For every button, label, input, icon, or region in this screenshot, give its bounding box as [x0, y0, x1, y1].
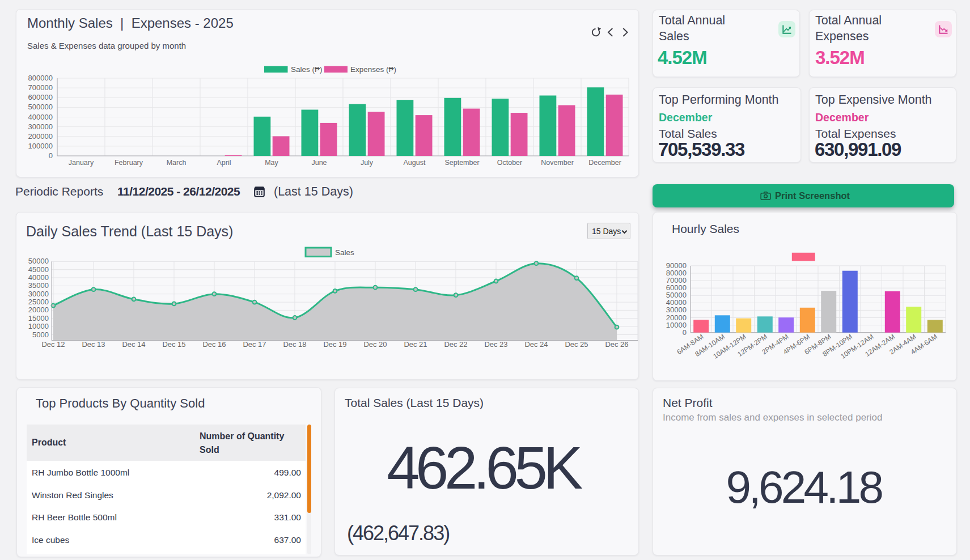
svg-text:50000: 50000 [28, 257, 49, 265]
svg-text:September: September [444, 159, 479, 167]
svg-text:Sales (₱): Sales (₱) [291, 65, 323, 74]
svg-text:May: May [265, 159, 278, 167]
svg-text:March: March [167, 159, 187, 167]
svg-text:Dec 18: Dec 18 [283, 340, 306, 349]
svg-text:January: January [69, 159, 94, 167]
svg-text:100000: 100000 [28, 142, 53, 150]
svg-text:500000: 500000 [28, 103, 53, 111]
svg-text:35000: 35000 [28, 281, 49, 290]
svg-text:Expenses (₱): Expenses (₱) [350, 65, 396, 74]
svg-text:90000: 90000 [666, 261, 687, 270]
svg-text:Dec 24: Dec 24 [524, 340, 548, 349]
svg-text:25000: 25000 [28, 298, 49, 306]
svg-text:20000: 20000 [28, 306, 49, 314]
svg-text:0: 0 [49, 151, 53, 160]
svg-text:20000: 20000 [666, 313, 687, 322]
svg-text:700000: 700000 [28, 83, 53, 92]
svg-text:Dec 13: Dec 13 [82, 340, 105, 349]
svg-text:August: August [404, 159, 426, 167]
svg-text:200000: 200000 [28, 132, 53, 141]
svg-text:80000: 80000 [666, 269, 687, 277]
svg-text:Dec 26: Dec 26 [605, 340, 628, 349]
svg-text:Dec 14: Dec 14 [122, 340, 145, 349]
svg-text:70000: 70000 [666, 276, 687, 285]
svg-text:600000: 600000 [28, 93, 53, 101]
svg-text:Sales: Sales [335, 248, 354, 257]
svg-text:0: 0 [683, 328, 687, 337]
svg-text:Dec 23: Dec 23 [484, 340, 507, 349]
svg-text:60000: 60000 [666, 283, 687, 292]
svg-text:40000: 40000 [666, 298, 687, 307]
svg-text:800000: 800000 [28, 74, 53, 82]
svg-text:February: February [115, 159, 143, 167]
svg-text:December: December [588, 159, 621, 167]
svg-text:October: October [497, 159, 522, 167]
svg-text:15000: 15000 [28, 314, 49, 323]
svg-text:40000: 40000 [28, 273, 49, 282]
svg-text:300000: 300000 [28, 122, 53, 131]
svg-text:10000: 10000 [28, 322, 49, 330]
svg-text:30000: 30000 [28, 290, 49, 298]
svg-text:Dec 17: Dec 17 [243, 340, 266, 349]
svg-text:5000: 5000 [32, 330, 49, 339]
svg-text:Dec 12: Dec 12 [41, 340, 65, 349]
svg-text:Dec 25: Dec 25 [565, 340, 588, 349]
svg-text:June: June [311, 159, 327, 167]
svg-text:Dec 20: Dec 20 [363, 340, 387, 349]
svg-text:10000: 10000 [666, 321, 687, 329]
svg-text:45000: 45000 [28, 265, 49, 274]
svg-text:50000: 50000 [666, 291, 687, 299]
svg-text:April: April [217, 159, 231, 167]
svg-text:Dec 15: Dec 15 [162, 340, 185, 349]
svg-text:Dec 21: Dec 21 [404, 340, 427, 349]
svg-text:Dec 16: Dec 16 [202, 340, 226, 349]
svg-text:November: November [541, 159, 574, 167]
svg-text:400000: 400000 [28, 113, 53, 121]
svg-text:Dec 22: Dec 22 [444, 340, 467, 349]
svg-text:July: July [361, 159, 374, 167]
svg-text:Dec 19: Dec 19 [323, 340, 346, 349]
svg-text:30000: 30000 [666, 306, 687, 314]
